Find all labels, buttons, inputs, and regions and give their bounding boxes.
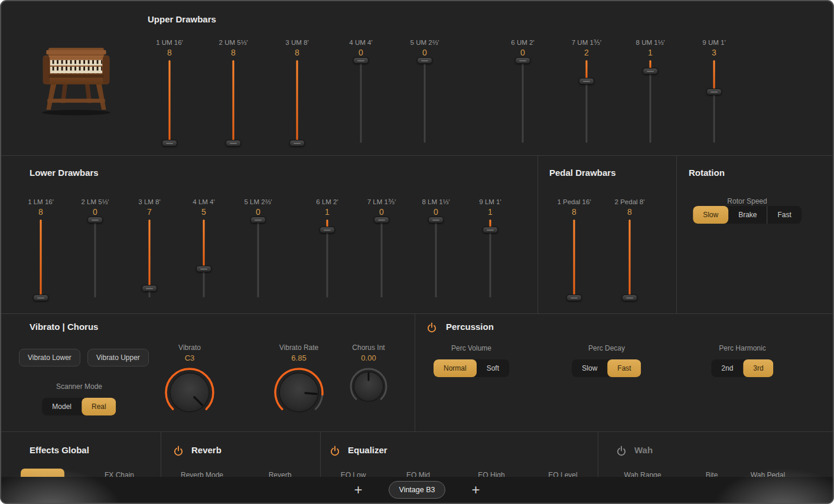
drawbar-handle[interactable] — [33, 294, 48, 301]
drawbar-6-um-2[interactable]: 6 UM 2'0 — [499, 38, 546, 143]
drawbar-slider[interactable] — [86, 220, 104, 297]
organ-image — [32, 33, 120, 117]
perc-volume-soft-button[interactable]: Soft — [477, 359, 509, 377]
perc-volume-normal-button[interactable]: Normal — [434, 359, 477, 377]
vibrato-knob[interactable] — [161, 364, 218, 421]
drawbar-handle[interactable] — [483, 227, 498, 233]
wah-pedal-label: Wah Pedal — [751, 471, 785, 477]
vibrato-rate-knob-value: 6.85 — [263, 353, 334, 363]
drawbar-6-lm-2[interactable]: 6 LM 2'1 — [304, 197, 351, 297]
drawbar-handle[interactable] — [515, 57, 530, 64]
drawbar-label: 5 LM 2⅔' — [234, 197, 282, 207]
chorus-int-knob[interactable] — [346, 364, 391, 409]
drawbar-1-pedal-16[interactable]: 1 Pedal 16'8 — [550, 197, 598, 297]
equalizer-power-icon[interactable] — [330, 446, 340, 456]
drawbar-3-um-8[interactable]: 3 UM 8'8 — [273, 38, 321, 143]
drawbar-slider[interactable] — [416, 60, 434, 143]
drawbar-handle[interactable] — [87, 217, 103, 223]
drawbar-5-um-2⅔[interactable]: 5 UM 2⅔'0 — [401, 38, 448, 143]
drawbar-handle[interactable] — [250, 217, 266, 223]
drawbar-value: 1 — [304, 207, 351, 217]
drawbar-slider[interactable] — [352, 60, 370, 143]
drawbar-handle[interactable] — [353, 57, 369, 64]
bottom-bar: + Vintage B3 + — [1, 477, 833, 503]
drawbar-handle[interactable] — [643, 68, 658, 74]
drawbar-slider[interactable] — [32, 220, 50, 297]
drawbar-label: 6 UM 2' — [499, 38, 546, 47]
drawbar-label: 7 UM 1⅗' — [563, 38, 610, 47]
perc-harmonic-2nd-button[interactable]: 2nd — [711, 359, 743, 377]
vibrato-rate-knob[interactable] — [271, 364, 327, 421]
rotor-brake-button[interactable]: Brake — [728, 206, 767, 224]
drawbar-slider[interactable] — [705, 60, 723, 143]
effects-global-partial-button[interactable] — [21, 469, 64, 477]
perc-decay-slow-button[interactable]: Slow — [572, 359, 607, 377]
perc-decay-fast-button[interactable]: Fast — [607, 359, 641, 377]
drawbar-7-lm-1⅗[interactable]: 7 LM 1⅗'0 — [358, 197, 405, 297]
divider — [161, 432, 161, 477]
drawbar-slider[interactable] — [373, 220, 390, 297]
drawbar-slider[interactable] — [288, 60, 306, 143]
drawbar-handle[interactable] — [417, 57, 432, 64]
drawbar-slider[interactable] — [427, 220, 445, 297]
drawbar-4-um-4[interactable]: 4 UM 4'0 — [337, 38, 385, 143]
drawbar-slider[interactable] — [224, 60, 242, 143]
drawbar-1-lm-16[interactable]: 1 LM 16'8 — [17, 197, 64, 297]
drawbar-2-pedal-8[interactable]: 2 Pedal 8'8 — [606, 197, 653, 297]
drawbar-handle[interactable] — [142, 285, 157, 292]
drawbar-slider[interactable] — [141, 220, 158, 297]
drawbar-handle[interactable] — [706, 89, 722, 95]
reverb-power-icon[interactable] — [173, 446, 184, 456]
perc-decay-control: Slow Fast — [572, 359, 641, 377]
drawbar-2-um-5⅓[interactable]: 2 UM 5⅓'8 — [210, 38, 257, 143]
drawbar-slider[interactable] — [161, 60, 178, 143]
drawbar-label: 3 UM 8' — [273, 38, 321, 47]
drawbar-handle[interactable] — [374, 217, 389, 223]
drawbar-2-lm-5⅓[interactable]: 2 LM 5⅓'0 — [71, 197, 119, 297]
drawbar-handle[interactable] — [320, 227, 335, 233]
drawbar-3-lm-8[interactable]: 3 LM 8'7 — [126, 197, 173, 297]
drawbar-value: 0 — [412, 207, 460, 217]
drawbar-slider[interactable] — [565, 220, 583, 297]
drawbar-slider[interactable] — [318, 220, 336, 297]
section-lower-drawbars: Lower Drawbars 1 LM 16'82 LM 5⅓'03 LM 8'… — [1, 156, 833, 314]
drawbar-slider[interactable] — [249, 220, 267, 297]
drawbar-8-um-1⅓[interactable]: 8 UM 1⅓'1 — [627, 38, 674, 143]
drawbar-8-lm-1⅓[interactable]: 8 LM 1⅓'0 — [412, 197, 460, 297]
drawbar-1-um-16[interactable]: 1 UM 16'8 — [146, 38, 193, 143]
drawbar-slider[interactable] — [481, 220, 499, 297]
drawbar-7-um-1⅗[interactable]: 7 UM 1⅗'2 — [563, 38, 610, 143]
add-patch-right-button[interactable]: + — [471, 483, 480, 497]
drawbar-handle[interactable] — [579, 78, 594, 84]
drawbar-slider[interactable] — [578, 60, 595, 143]
wah-power-icon[interactable] — [616, 446, 627, 456]
drawbar-handle[interactable] — [622, 294, 637, 301]
section-effects: Effects Global FX Chain Reverb Reverb Mo… — [1, 432, 833, 477]
percussion-power-icon[interactable] — [426, 322, 437, 333]
scanner-real-button[interactable]: Real — [82, 398, 116, 415]
drawbar-5-lm-2⅔[interactable]: 5 LM 2⅔'0 — [234, 197, 282, 297]
drawbar-9-lm-1[interactable]: 9 LM 1'1 — [467, 197, 514, 297]
drawbar-handle[interactable] — [566, 294, 582, 301]
add-patch-left-button[interactable]: + — [354, 483, 363, 497]
perc-harmonic-3rd-button[interactable]: 3rd — [743, 359, 773, 377]
drawbar-handle[interactable] — [289, 140, 305, 146]
rotor-fast-button[interactable]: Fast — [767, 206, 802, 224]
patch-name-button[interactable]: Vintage B3 — [389, 481, 446, 499]
drawbar-handle[interactable] — [428, 217, 444, 223]
vibrato-lower-button[interactable]: Vibrato Lower — [19, 349, 80, 366]
drawbar-handle[interactable] — [226, 140, 241, 146]
drawbar-slider[interactable] — [641, 60, 659, 143]
drawbar-slider[interactable] — [514, 60, 532, 143]
scanner-model-button[interactable]: Model — [42, 398, 82, 415]
vibrato-upper-button[interactable]: Vibrato Upper — [87, 349, 149, 366]
chorus-int-knob-label: Chorus Int — [339, 343, 398, 352]
drawbar-slider[interactable] — [195, 220, 213, 297]
drawbar-value: 0 — [401, 47, 448, 58]
drawbar-4-lm-4[interactable]: 4 LM 4'5 — [180, 197, 227, 297]
drawbar-handle[interactable] — [196, 266, 211, 272]
rotor-slow-button[interactable]: Slow — [693, 206, 728, 224]
drawbar-9-um-1[interactable]: 9 UM 1'3 — [690, 38, 738, 143]
drawbar-handle[interactable] — [162, 140, 177, 146]
drawbar-slider[interactable] — [621, 220, 638, 297]
